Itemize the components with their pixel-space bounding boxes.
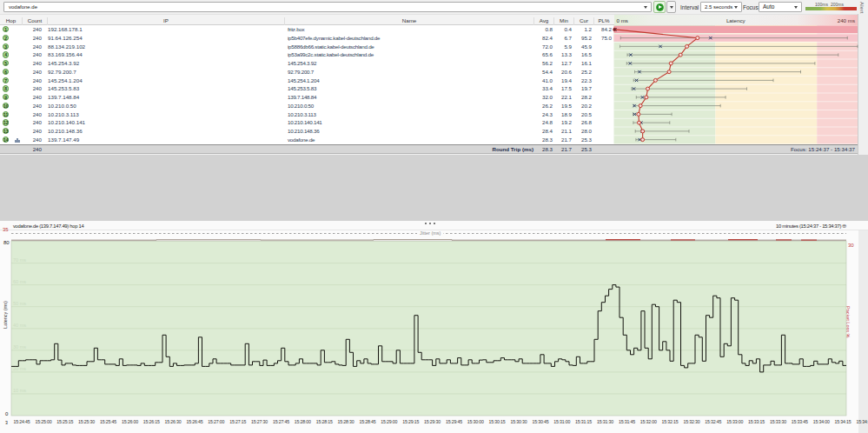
svg-text:50 ms: 50 ms (13, 301, 26, 306)
svg-text:40 ms: 40 ms (13, 323, 26, 328)
svg-text:20 ms: 20 ms (13, 366, 26, 371)
svg-text:30 ms: 30 ms (13, 344, 26, 350)
svg-text:70 ms: 70 ms (13, 257, 26, 263)
svg-text:10 ms: 10 ms (13, 388, 26, 393)
svg-text:60 ms: 60 ms (13, 279, 26, 284)
